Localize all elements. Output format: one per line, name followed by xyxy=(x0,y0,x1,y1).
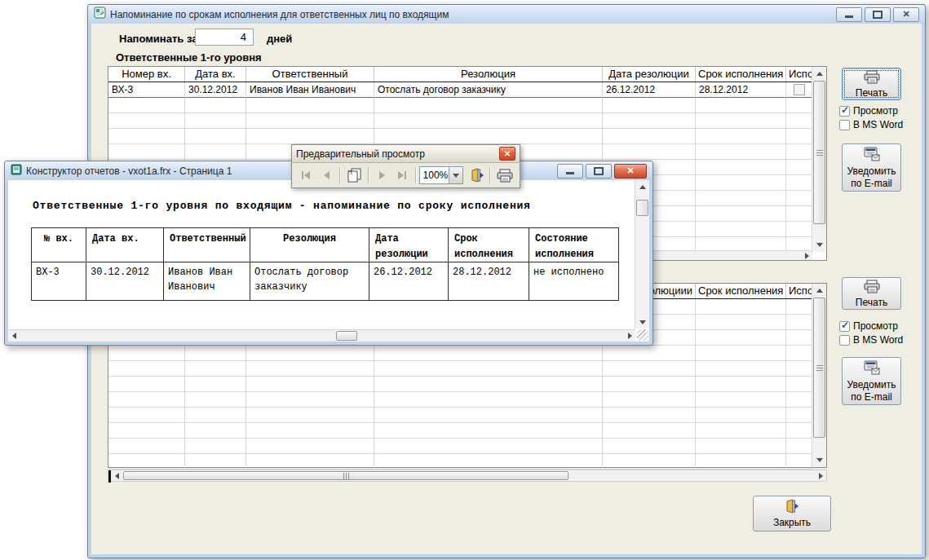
grid-cell xyxy=(108,144,185,160)
grid-cell xyxy=(696,191,786,206)
preview-checkbox[interactable] xyxy=(839,106,850,117)
next-page-button[interactable] xyxy=(372,165,392,185)
msword-checkbox[interactable] xyxy=(839,335,850,346)
go-to-page-button[interactable] xyxy=(343,165,365,185)
grid-cell xyxy=(108,454,185,470)
remind-days-input[interactable] xyxy=(195,29,254,46)
scroll-up-button[interactable] xyxy=(812,67,826,81)
msword-checkbox-row-top[interactable]: В MS Word xyxy=(839,119,903,130)
grid-row xyxy=(108,408,813,423)
maximize-button[interactable] xyxy=(586,164,612,179)
close-button[interactable]: ✕ xyxy=(893,7,919,22)
preview-toolbar-titlebar[interactable]: Предварительный просмотр ✕ xyxy=(292,145,520,163)
email-icon xyxy=(863,360,881,378)
print-button-bottom[interactable]: Печать xyxy=(842,277,901,310)
minimize-button[interactable] xyxy=(557,164,583,179)
grid-cell xyxy=(246,377,374,392)
grid2-horizontal-scrollbar[interactable] xyxy=(108,470,827,482)
previous-page-button[interactable] xyxy=(316,165,337,185)
msword-checkbox-row-bottom[interactable]: В MS Word xyxy=(839,334,903,346)
scroll-up-button[interactable] xyxy=(635,180,649,193)
grid-cell[interactable]: Отослать договор заказчику xyxy=(374,82,603,98)
grid-row[interactable]: ВХ-330.12.2012Иванов Иван ИвановичОтосла… xyxy=(108,82,813,98)
grid-cell xyxy=(696,206,786,222)
preview-toolbar-title: Предварительный просмотр xyxy=(296,148,425,160)
scroll-left-button[interactable] xyxy=(111,470,122,481)
last-page-icon xyxy=(398,171,404,179)
scroll-down-button[interactable] xyxy=(812,238,826,252)
thumb-grip-icon xyxy=(346,473,347,479)
print-button-top[interactable]: Печать xyxy=(842,68,901,100)
grid-header-cell[interactable]: Испол xyxy=(786,284,813,298)
maximize-button[interactable] xyxy=(865,7,891,22)
grid-cell xyxy=(374,454,603,470)
first-page-button[interactable] xyxy=(296,165,316,185)
close-button[interactable]: ✕ xyxy=(499,147,515,161)
grid-cell xyxy=(603,361,696,377)
preview-checkbox-label: Просмотр xyxy=(853,320,898,332)
grid-done-checkbox[interactable] xyxy=(794,84,805,95)
preview-checkbox-row-top[interactable]: Просмотр xyxy=(839,105,898,117)
grid-cell xyxy=(185,454,246,470)
report-header-cell: № вх. xyxy=(32,228,86,262)
zoom-value: 100% xyxy=(420,167,449,183)
scroll-right-button[interactable] xyxy=(815,470,826,481)
print-report-button[interactable] xyxy=(493,165,515,185)
scroll-thumb[interactable] xyxy=(336,331,357,341)
grid1-vertical-scrollbar[interactable] xyxy=(812,67,826,252)
scroll-left-button[interactable] xyxy=(8,330,20,342)
grid-header-cell[interactable]: Резолюция xyxy=(374,67,603,82)
report-header-cell: Срок исполнения xyxy=(449,228,529,262)
grid-header-cell[interactable]: Дата резолюции xyxy=(603,67,696,82)
report-page-area: Ответственные 1-го уровня по входящим - … xyxy=(8,180,649,342)
grid-cell xyxy=(786,222,813,237)
close-preview-button[interactable] xyxy=(467,165,487,185)
scroll-thumb[interactable] xyxy=(123,471,568,480)
scroll-thumb[interactable] xyxy=(636,200,648,216)
scroll-thumb[interactable] xyxy=(813,298,825,438)
grid-header-cell[interactable]: Срок исполнения xyxy=(696,67,786,82)
last-page-button[interactable] xyxy=(392,165,413,185)
report-horizontal-scrollbar[interactable] xyxy=(8,329,635,342)
scroll-right-button[interactable] xyxy=(801,251,812,260)
report-vertical-scrollbar[interactable] xyxy=(635,180,649,329)
scroll-down-button[interactable] xyxy=(635,315,649,329)
scroll-up-button[interactable] xyxy=(812,284,826,298)
grid-cell[interactable]: 26.12.2012 xyxy=(603,82,696,98)
scroll-right-button[interactable] xyxy=(624,330,635,342)
grid-cell[interactable]: 30.12.2012 xyxy=(185,82,246,98)
grid-cell xyxy=(185,113,246,129)
msword-checkbox[interactable] xyxy=(839,120,850,130)
report-data-row: ВХ-330.12.2012Иванов Иван ИвановичОтосла… xyxy=(32,262,618,300)
email-notify-button-bottom[interactable]: Уведомить по E-mail xyxy=(842,357,901,405)
grid-cell[interactable] xyxy=(786,82,813,98)
grid-header-cell[interactable]: Дата вх. xyxy=(185,67,246,82)
grid-cell xyxy=(786,113,813,129)
grid-cell xyxy=(603,377,696,392)
zoom-dropdown-button[interactable] xyxy=(449,167,462,183)
email-notify-button-top[interactable]: Уведомить по E-mail xyxy=(842,143,901,192)
printer-icon xyxy=(863,280,881,296)
scroll-thumb[interactable] xyxy=(813,81,825,224)
preview-checkbox[interactable] xyxy=(839,321,850,332)
grid-header-cell[interactable]: Номер вх. xyxy=(108,67,185,82)
grid2-vertical-scrollbar[interactable] xyxy=(812,284,826,467)
grid-header-cell[interactable]: Ответственный xyxy=(246,67,374,82)
close-button[interactable]: ✕ xyxy=(614,164,647,179)
main-titlebar[interactable]: Напоминание по срокам исполнения для отв… xyxy=(88,5,925,24)
preview-checkbox-row-bottom[interactable]: Просмотр xyxy=(839,320,898,332)
scroll-down-button[interactable] xyxy=(812,453,826,467)
grid-header-cell[interactable]: Срок исполнения xyxy=(696,284,786,298)
grid-cell xyxy=(185,377,246,392)
grid-cell xyxy=(108,346,185,361)
grid-cell[interactable]: ВХ-3 xyxy=(108,82,185,98)
minimize-button[interactable] xyxy=(836,7,862,22)
grid-cell[interactable]: 28.12.2012 xyxy=(696,82,786,98)
close-form-button[interactable]: Закрыть xyxy=(753,496,831,531)
grid-row xyxy=(108,377,813,392)
grid-cell[interactable]: Иванов Иван Иванович xyxy=(246,82,374,98)
email-button-label-line1: Уведомить xyxy=(847,379,896,390)
resize-grip[interactable] xyxy=(637,329,648,341)
zoom-combobox[interactable]: 100% xyxy=(419,166,464,184)
grid-header-cell[interactable]: Испол xyxy=(786,67,813,82)
